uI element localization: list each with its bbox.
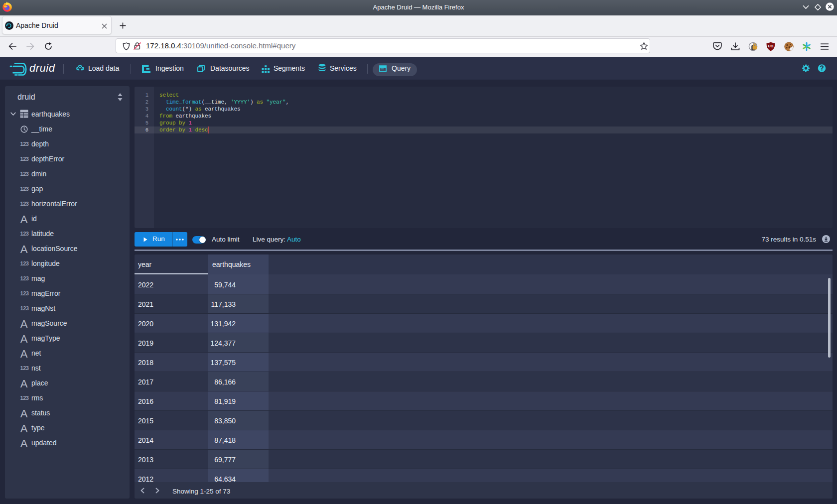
svg-text:UO: UO — [768, 44, 774, 48]
